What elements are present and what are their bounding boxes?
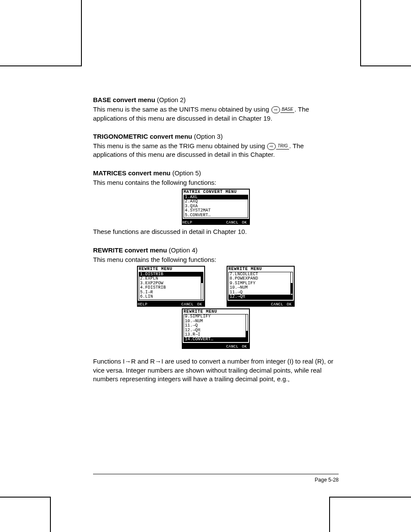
calc-screenshot-rewrite-1: REWRITE MENU 1.DISTRIB 2.EXPLN 3.EXP2POW… [137,266,205,307]
calc-menu-list: 7.LNCOLLECT 8.POWEXPAND 9.SIMPLIFY 10.→N… [228,272,293,300]
cropmark [0,497,51,498]
section-heading: REWRITE convert menu (Option 4) [93,246,339,255]
menu-item: 13.R→I [184,333,248,337]
key-label: BASE [280,107,295,113]
calc-menu-list: 1.AXL 2.AXQ 3.QXA 4.SYST2MAT 5.CONVERT… [184,195,248,218]
calc-screenshot-rewrite-3: REWRITE MENU 9.SIMPLIFY 10.→NUM 11.→Q 12… [182,308,250,349]
calc-title: MATRIX CONVERT MENU [183,190,249,195]
softkey [193,220,204,225]
softkey: OK [239,344,250,349]
softkey [249,302,260,307]
rightshift-key-icon: ⇨ [267,143,276,150]
heading-option: (Option 3) [192,133,223,140]
body-text: This menu is the same as the TRIG menu o… [93,142,267,149]
menu-item: 11.→Q [184,324,248,328]
menu-item: 4.SYST2MAT [184,208,248,213]
menu-item: 10.→NUM [229,286,293,290]
softkey: OK [239,220,250,225]
section-matrices: MATRICES convert menu (Option 5) This me… [93,169,339,236]
footer-rule [93,474,339,474]
menu-item: 5.CONVERT… [184,213,248,218]
softkey [215,344,226,349]
cropmark [0,65,82,66]
cropmark [81,0,82,66]
softkey: HELP [137,302,148,307]
heading-text: REWRITE convert menu [93,246,167,254]
section-body: This menu is the same as the UNITS menu … [93,105,339,123]
heading-text: BASE convert menu [93,96,155,103]
section-body: This menu contains the following functio… [93,255,339,264]
menu-item: 8.POWEXPAND [229,277,293,281]
section-body: This menu contains the following functio… [93,178,339,187]
section-heading: MATRICES convert menu (Option 5) [93,169,339,177]
heading-option: (Option 4) [167,246,198,254]
heading-text: MATRICES convert menu [93,169,171,177]
softkey [159,302,170,307]
softkey [193,344,204,349]
scrollbar [246,314,248,342]
section-trig: TRIGONOMETRIC convert menu (Option 3) Th… [93,132,339,159]
heading-text: TRIGONOMETRIC convert menu [93,133,192,140]
softkey [227,302,238,307]
softkey [204,220,215,225]
cropmark [50,497,51,532]
cropmark [360,65,411,66]
cropmark [329,497,330,532]
section-after: These functions are discussed in detail … [93,227,339,236]
calc-screenshot-rewrite-2: REWRITE MENU 7.LNCOLLECT 8.POWEXPAND 9.S… [227,266,295,307]
softkey [215,220,226,225]
softkey: CANCL [226,344,239,349]
softkey-row: CANCL OK [227,302,295,307]
menu-item: 9.SIMPLIFY [184,314,248,319]
section-heading: TRIGONOMETRIC convert menu (Option 3) [93,132,339,141]
softkey: OK [284,302,295,307]
section-rewrite: REWRITE convert menu (Option 4) This men… [93,246,339,384]
rightshift-key-icon: ⇨ [271,106,280,113]
softkey: CANCL [226,220,239,225]
calc-title: REWRITE MENU [183,309,249,314]
menu-item: 14.CONVERT… [184,337,248,342]
softkey-row: HELP CANCL OK [137,302,205,307]
page-number: Page 5-28 [315,476,339,483]
softkey-row: HELP CANCL OK [182,220,250,225]
menu-item: 6.LIN [139,295,203,299]
content-column: BASE convert menu (Option 2) This menu i… [93,96,339,393]
scrollbar-thumb [291,283,293,294]
section-base: BASE convert menu (Option 2) This menu i… [93,96,339,123]
cropmark [360,0,361,66]
calc-title: REWRITE MENU [227,267,294,272]
body-text: This menu is the same as the UNITS menu … [93,106,271,113]
heading-option: (Option 5) [171,169,201,177]
menu-item: 2.AXQ [184,199,248,204]
calc-menu-list: 1.DISTRIB 2.EXPLN 3.EXP2POW 4.FDISTRIB 5… [139,272,203,300]
softkey-row: CANCL OK [182,344,250,349]
calc-title: REWRITE MENU [138,267,204,272]
scrollbar [201,272,203,299]
section-after: Functions I→R and R→I are used to conver… [93,357,339,383]
softkey [182,344,193,349]
key-label: TRIG [276,143,289,149]
menu-item: 4.FDISTRIB [139,286,203,290]
scrollbar-thumb [246,331,248,342]
calc-menu-list: 9.SIMPLIFY 10.→NUM 11.→Q 12.→Qπ 13.R→I 1… [184,314,248,342]
menu-item: 12.→Qπ [229,295,293,299]
softkey [260,302,271,307]
softkey: HELP [182,220,193,225]
softkey [148,302,159,307]
menu-item: 2.EXPLN [139,277,203,281]
softkey: CANCL [271,302,284,307]
softkey: OK [194,302,206,307]
scrollbar [290,272,293,299]
scrollbar-thumb [201,272,203,283]
softkey [170,302,181,307]
softkey: CANCL [181,302,194,307]
softkey [204,344,215,349]
section-body: This menu is the same as the TRIG menu o… [93,142,339,159]
cropmark [329,497,411,498]
heading-option: (Option 2) [155,96,186,103]
softkey [238,302,249,307]
section-heading: BASE convert menu (Option 2) [93,96,339,104]
calc-screenshot-matrices: MATRIX CONVERT MENU 1.AXL 2.AXQ 3.QXA 4.… [182,189,250,225]
